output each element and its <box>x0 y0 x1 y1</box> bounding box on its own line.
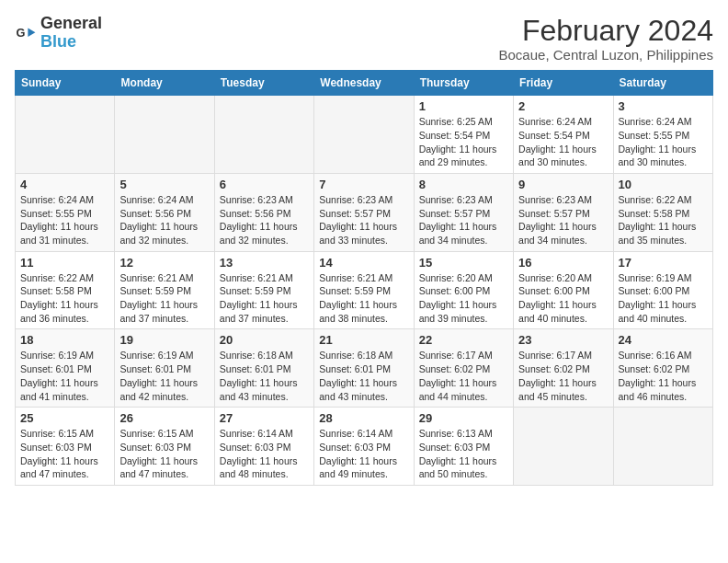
day-number: 13 <box>220 256 309 270</box>
day-info: Sunrise: 6:17 AMSunset: 6:02 PMDaylight:… <box>419 349 508 403</box>
svg-text:G: G <box>17 26 26 40</box>
calendar-cell <box>214 96 313 174</box>
day-number: 26 <box>119 411 209 425</box>
day-number: 12 <box>119 256 209 270</box>
day-number: 24 <box>619 333 708 347</box>
calendar-cell: 19 Sunrise: 6:19 AMSunset: 6:01 PMDaylig… <box>115 329 214 408</box>
day-info: Sunrise: 6:15 AMSunset: 6:03 PMDaylight:… <box>119 427 209 481</box>
day-number: 4 <box>20 178 109 191</box>
day-number: 23 <box>518 333 608 347</box>
calendar-cell: 28 Sunrise: 6:14 AMSunset: 6:03 PMDaylig… <box>314 408 414 486</box>
title-area: February 2024 Bocaue, Central Luzon, Phi… <box>499 15 713 63</box>
main-title: February 2024 <box>499 15 713 47</box>
calendar-cell: 7 Sunrise: 6:23 AMSunset: 5:57 PMDayligh… <box>314 173 414 251</box>
calendar-cell: 10 Sunrise: 6:22 AMSunset: 5:58 PMDaylig… <box>613 173 712 251</box>
day-number: 5 <box>119 178 209 191</box>
calendar-cell: 24 Sunrise: 6:16 AMSunset: 6:02 PMDaylig… <box>613 329 712 408</box>
day-number: 17 <box>619 256 708 270</box>
calendar-cell: 17 Sunrise: 6:19 AMSunset: 6:00 PMDaylig… <box>613 251 712 329</box>
day-info: Sunrise: 6:17 AMSunset: 6:02 PMDaylight:… <box>518 349 608 403</box>
day-info: Sunrise: 6:22 AMSunset: 5:58 PMDaylight:… <box>20 271 109 326</box>
day-number: 1 <box>419 99 508 113</box>
day-info: Sunrise: 6:19 AMSunset: 6:01 PMDaylight:… <box>119 349 209 403</box>
calendar-cell: 21 Sunrise: 6:18 AMSunset: 6:01 PMDaylig… <box>314 329 414 408</box>
week-row-2: 4 Sunrise: 6:24 AMSunset: 5:55 PMDayligh… <box>16 173 713 251</box>
calendar-cell: 16 Sunrise: 6:20 AMSunset: 6:00 PMDaylig… <box>514 251 613 329</box>
day-number: 9 <box>518 178 608 191</box>
svg-marker-1 <box>28 28 35 37</box>
day-info: Sunrise: 6:15 AMSunset: 6:03 PMDaylight:… <box>20 427 109 481</box>
day-number: 7 <box>319 178 408 191</box>
subtitle: Bocaue, Central Luzon, Philippines <box>499 47 713 63</box>
day-info: Sunrise: 6:19 AMSunset: 6:00 PMDaylight:… <box>619 271 708 326</box>
day-number: 28 <box>319 411 408 425</box>
calendar-cell: 9 Sunrise: 6:23 AMSunset: 5:57 PMDayligh… <box>514 173 613 251</box>
calendar-cell: 18 Sunrise: 6:19 AMSunset: 6:01 PMDaylig… <box>16 329 115 408</box>
day-info: Sunrise: 6:23 AMSunset: 5:57 PMDaylight:… <box>419 193 508 247</box>
calendar-cell: 20 Sunrise: 6:18 AMSunset: 6:01 PMDaylig… <box>214 329 313 408</box>
calendar-cell: 22 Sunrise: 6:17 AMSunset: 6:02 PMDaylig… <box>414 329 513 408</box>
day-number: 22 <box>419 333 508 347</box>
day-number: 2 <box>518 99 608 113</box>
calendar-cell: 2 Sunrise: 6:24 AMSunset: 5:54 PMDayligh… <box>514 96 613 174</box>
day-number: 18 <box>20 333 109 347</box>
header-row: SundayMondayTuesdayWednesdayThursdayFrid… <box>16 71 713 96</box>
logo-icon: G <box>15 22 37 44</box>
calendar-cell <box>115 96 214 174</box>
day-number: 20 <box>220 333 309 347</box>
calendar-cell <box>314 96 414 174</box>
calendar-cell: 11 Sunrise: 6:22 AMSunset: 5:58 PMDaylig… <box>16 251 115 329</box>
calendar-cell: 3 Sunrise: 6:24 AMSunset: 5:55 PMDayligh… <box>613 96 712 174</box>
day-info: Sunrise: 6:18 AMSunset: 6:01 PMDaylight:… <box>220 349 309 403</box>
calendar-cell: 4 Sunrise: 6:24 AMSunset: 5:55 PMDayligh… <box>16 173 115 251</box>
day-header-tuesday: Tuesday <box>214 71 313 96</box>
day-header-wednesday: Wednesday <box>314 71 414 96</box>
week-row-1: 1 Sunrise: 6:25 AMSunset: 5:54 PMDayligh… <box>16 96 713 174</box>
week-row-4: 18 Sunrise: 6:19 AMSunset: 6:01 PMDaylig… <box>16 329 713 408</box>
day-number: 8 <box>419 178 508 191</box>
calendar-cell: 15 Sunrise: 6:20 AMSunset: 6:00 PMDaylig… <box>414 251 513 329</box>
day-info: Sunrise: 6:25 AMSunset: 5:54 PMDaylight:… <box>419 115 508 169</box>
calendar-cell <box>613 408 712 486</box>
calendar-cell: 13 Sunrise: 6:21 AMSunset: 5:59 PMDaylig… <box>214 251 313 329</box>
logo-text: General Blue <box>40 15 102 52</box>
day-number: 19 <box>119 333 209 347</box>
calendar-cell: 25 Sunrise: 6:15 AMSunset: 6:03 PMDaylig… <box>16 408 115 486</box>
calendar-cell: 23 Sunrise: 6:17 AMSunset: 6:02 PMDaylig… <box>514 329 613 408</box>
day-number: 11 <box>20 256 109 270</box>
day-info: Sunrise: 6:24 AMSunset: 5:54 PMDaylight:… <box>518 115 608 169</box>
day-header-friday: Friday <box>514 71 613 96</box>
day-number: 3 <box>619 99 708 113</box>
week-row-3: 11 Sunrise: 6:22 AMSunset: 5:58 PMDaylig… <box>16 251 713 329</box>
day-header-thursday: Thursday <box>414 71 513 96</box>
day-number: 14 <box>319 256 408 270</box>
calendar-table: SundayMondayTuesdayWednesdayThursdayFrid… <box>15 70 713 486</box>
day-info: Sunrise: 6:23 AMSunset: 5:56 PMDaylight:… <box>220 193 309 247</box>
calendar-cell: 6 Sunrise: 6:23 AMSunset: 5:56 PMDayligh… <box>214 173 313 251</box>
calendar-cell <box>514 408 613 486</box>
logo: G General Blue <box>15 15 102 52</box>
day-header-monday: Monday <box>115 71 214 96</box>
day-number: 10 <box>619 178 708 191</box>
day-info: Sunrise: 6:19 AMSunset: 6:01 PMDaylight:… <box>20 349 109 403</box>
calendar-cell: 27 Sunrise: 6:14 AMSunset: 6:03 PMDaylig… <box>214 408 313 486</box>
day-info: Sunrise: 6:14 AMSunset: 6:03 PMDaylight:… <box>319 427 408 481</box>
day-header-saturday: Saturday <box>613 71 712 96</box>
calendar-cell: 29 Sunrise: 6:13 AMSunset: 6:03 PMDaylig… <box>414 408 513 486</box>
day-info: Sunrise: 6:16 AMSunset: 6:02 PMDaylight:… <box>619 349 708 403</box>
day-info: Sunrise: 6:21 AMSunset: 5:59 PMDaylight:… <box>220 271 309 326</box>
day-info: Sunrise: 6:24 AMSunset: 5:55 PMDaylight:… <box>20 193 109 247</box>
header: G General Blue February 2024 Bocaue, Cen… <box>15 15 713 63</box>
day-number: 29 <box>419 411 508 425</box>
week-row-5: 25 Sunrise: 6:15 AMSunset: 6:03 PMDaylig… <box>16 408 713 486</box>
day-number: 27 <box>220 411 309 425</box>
day-info: Sunrise: 6:23 AMSunset: 5:57 PMDaylight:… <box>518 193 608 247</box>
calendar-cell: 26 Sunrise: 6:15 AMSunset: 6:03 PMDaylig… <box>115 408 214 486</box>
day-number: 25 <box>20 411 109 425</box>
day-info: Sunrise: 6:21 AMSunset: 5:59 PMDaylight:… <box>319 271 408 326</box>
calendar-cell: 14 Sunrise: 6:21 AMSunset: 5:59 PMDaylig… <box>314 251 414 329</box>
day-number: 6 <box>220 178 309 191</box>
day-info: Sunrise: 6:14 AMSunset: 6:03 PMDaylight:… <box>220 427 309 481</box>
calendar-cell: 1 Sunrise: 6:25 AMSunset: 5:54 PMDayligh… <box>414 96 513 174</box>
calendar-cell <box>16 96 115 174</box>
